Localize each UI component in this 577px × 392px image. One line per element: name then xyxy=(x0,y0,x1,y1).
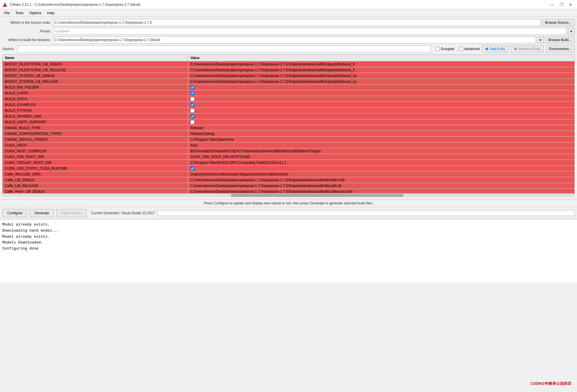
cell-value[interactable] xyxy=(188,102,574,107)
cell-value: C:/Users/lenovo/Desktop/open/openpose-1.… xyxy=(188,61,574,67)
progress-bar xyxy=(157,210,575,216)
watermark: CSDN@咋春良心说实话 xyxy=(530,381,571,386)
cell-value: Release;Debug xyxy=(188,131,574,136)
table-row[interactable]: BUILD_EXAMPLES xyxy=(3,102,574,108)
column-name-header: Name xyxy=(3,55,188,61)
status-message: Press Configure to update and display ne… xyxy=(204,201,373,205)
grouped-checkbox[interactable] xyxy=(436,47,440,51)
maximize-button[interactable]: ❐ xyxy=(557,1,565,8)
table-row[interactable]: BOOST_SYSTEM_LIB_RELEASEC:/Users/lenovo/… xyxy=(3,79,574,85)
table-row[interactable]: CUDA_ARCHAuto xyxy=(3,142,574,148)
cell-value[interactable] xyxy=(188,119,574,125)
cell-value[interactable] xyxy=(188,108,574,113)
table-row[interactable]: BUILD_SHARED_LIBS xyxy=(3,113,574,119)
cell-name: CMAKE_INSTALL_PREFIX xyxy=(3,137,188,142)
source-input[interactable] xyxy=(53,19,541,26)
title-bar: CMake 3.22.1 - C:/Users/lenovo/Desktop/o… xyxy=(0,0,577,9)
cell-value[interactable] xyxy=(188,166,574,171)
table-row[interactable]: BUILD_UNITY_SUPPORT xyxy=(3,119,574,125)
build-input[interactable] xyxy=(53,36,536,43)
cell-checkbox[interactable] xyxy=(190,97,194,101)
cell-name: Caffe_LIB_RELEASE xyxy=(3,183,188,188)
main-container: Where is the source code: Browse Source.… xyxy=(0,17,577,199)
log-line: Model already exists. xyxy=(2,234,575,240)
log-line: Model already exists. xyxy=(2,222,575,228)
table-row[interactable]: CMAKE_BUILD_TYPERelease xyxy=(3,125,574,131)
cell-value: C:/Users/lenovo/Desktop/open/openpose-1.… xyxy=(188,73,574,78)
remove-icon: ✖ xyxy=(514,47,517,51)
cell-value[interactable] xyxy=(188,113,574,119)
menu-help[interactable]: Help xyxy=(44,10,57,16)
table-row[interactable]: CUDA_USE_STATIC_CUDA_RUNTIME xyxy=(3,166,574,171)
cell-checkbox[interactable] xyxy=(190,109,194,113)
table-row[interactable]: CUDA_HOST_COMPILER$(VCInstallDir)Tools/M… xyxy=(3,148,574,154)
table-row[interactable]: Caffe_LIB_RELEASEC:/Users/lenovo/Desktop… xyxy=(3,183,574,189)
table-row[interactable]: BUILD_DOCS xyxy=(3,96,574,102)
advanced-checkbox[interactable] xyxy=(459,47,463,51)
table-row[interactable]: BUILD_BIN_FOLDER xyxy=(3,85,574,90)
table-container[interactable]: Name Value BOOST_FILESYSTEM_LIB_DEBUGC:/… xyxy=(2,54,575,193)
cell-checkbox[interactable] xyxy=(190,114,194,118)
table-row[interactable]: CMAKE_INSTALL_PREFIXC:/Program Files/Ope… xyxy=(3,137,574,142)
table-row[interactable]: BOOST_FILESYSTEM_LIB_RELEASEC:/Users/len… xyxy=(3,67,574,73)
browse-build-button[interactable]: Browse Build... xyxy=(545,36,575,43)
cell-value: C:/Users/lenovo/Desktop/open/openpose-1.… xyxy=(188,67,574,73)
add-entry-button[interactable]: ✚ Add Entry xyxy=(482,45,508,53)
table-row[interactable]: Caffe_Proto_LIB_DEBUGC:/Users/lenovo/Des… xyxy=(3,189,574,193)
grouped-checkbox-group: Grouped xyxy=(436,47,454,51)
cell-checkbox[interactable] xyxy=(190,91,194,95)
cell-name: CUDA_TOOLKIT_ROOT_DIR xyxy=(3,160,188,165)
generate-button[interactable]: Generate xyxy=(30,209,54,217)
source-row: Where is the source code: Browse Source.… xyxy=(2,19,575,26)
title-bar-left: CMake 3.22.1 - C:/Users/lenovo/Desktop/o… xyxy=(2,2,140,7)
preset-input[interactable] xyxy=(53,28,567,35)
cell-value[interactable] xyxy=(188,85,574,90)
build-dropdown-arrow[interactable]: ▼ xyxy=(537,36,544,43)
cell-value: C:/Users/lenovo/Desktop/open/openpose-1.… xyxy=(188,189,574,193)
configure-button[interactable]: Configure xyxy=(2,209,27,217)
horizontal-scrollbar[interactable] xyxy=(2,193,575,197)
table-row[interactable]: Caffe_LIB_DEBUGC:/Users/lenovo/Desktop/o… xyxy=(3,177,574,183)
log-line: Downloading hand model... xyxy=(2,228,575,234)
add-icon: ✚ xyxy=(485,47,489,51)
cell-value: C:/Program Files/NVIDIA GPU Computing To… xyxy=(188,160,574,165)
preset-label: Preset: xyxy=(2,29,53,33)
cell-value[interactable] xyxy=(188,96,574,102)
table-row[interactable]: CUDA_SDK_ROOT_DIRCUDA_SDK_ROOT_DIR-NOTFO… xyxy=(3,154,574,160)
cell-name: BOOST_SYSTEM_LIB_DEBUG xyxy=(3,73,188,78)
scrollbar-thumb[interactable] xyxy=(231,194,403,197)
search-input[interactable] xyxy=(18,45,431,52)
cell-name: BUILD_EXAMPLES xyxy=(3,102,188,107)
open-project-button[interactable]: Open Project xyxy=(56,209,86,217)
close-button[interactable]: ✕ xyxy=(567,1,575,8)
cell-name: Caffe_INCLUDE_DIRS xyxy=(3,171,188,177)
app-icon xyxy=(2,2,8,7)
table-row[interactable]: BUILD_PYTHON xyxy=(3,108,574,113)
menu-options[interactable]: Options xyxy=(26,10,44,16)
table-row[interactable]: BUILD_CAFFE xyxy=(3,90,574,96)
cell-checkbox[interactable] xyxy=(190,120,194,124)
cell-name: BUILD_PYTHON xyxy=(3,108,188,113)
menu-tools[interactable]: Tools xyxy=(12,10,26,16)
cell-checkbox[interactable] xyxy=(190,85,194,89)
preset-dropdown-arrow[interactable]: ▼ xyxy=(568,28,575,35)
minimize-button[interactable]: — xyxy=(548,1,556,8)
log-line: Models Downloaded. xyxy=(2,240,575,246)
environment-button[interactable]: Environment... xyxy=(546,45,575,53)
table-body: BOOST_FILESYSTEM_LIB_DEBUGC:/Users/lenov… xyxy=(3,61,574,193)
cell-value: CUDA_SDK_ROOT_DIR-NOTFOUND xyxy=(188,154,574,160)
menu-file[interactable]: File xyxy=(1,10,12,16)
cell-checkbox[interactable] xyxy=(190,166,194,171)
table-row[interactable]: CMAKE_CONFIGURATION_TYPESRelease;Debug xyxy=(3,131,574,137)
cell-checkbox[interactable] xyxy=(190,103,194,107)
remove-entry-button[interactable]: ✖ Remove Entry xyxy=(511,45,544,53)
cell-name: Caffe_Proto_LIB_DEBUG xyxy=(3,189,188,193)
cell-value: C:/Users/lenovo/Desktop/open/openpose-1.… xyxy=(188,79,574,84)
table-row[interactable]: Caffe_INCLUDE_DIRS3rdparty/windows/caffe… xyxy=(3,171,574,177)
table-row[interactable]: CUDA_TOOLKIT_ROOT_DIRC:/Program Files/NV… xyxy=(3,160,574,166)
generator-text: Current Generator: Visual Studio 15 2017 xyxy=(91,211,155,215)
cell-value[interactable] xyxy=(188,90,574,96)
table-row[interactable]: BOOST_FILESYSTEM_LIB_DEBUGC:/Users/lenov… xyxy=(3,61,574,67)
browse-source-button[interactable]: Browse Source... xyxy=(542,19,575,26)
table-row[interactable]: BOOST_SYSTEM_LIB_DEBUGC:/Users/lenovo/De… xyxy=(3,73,574,79)
